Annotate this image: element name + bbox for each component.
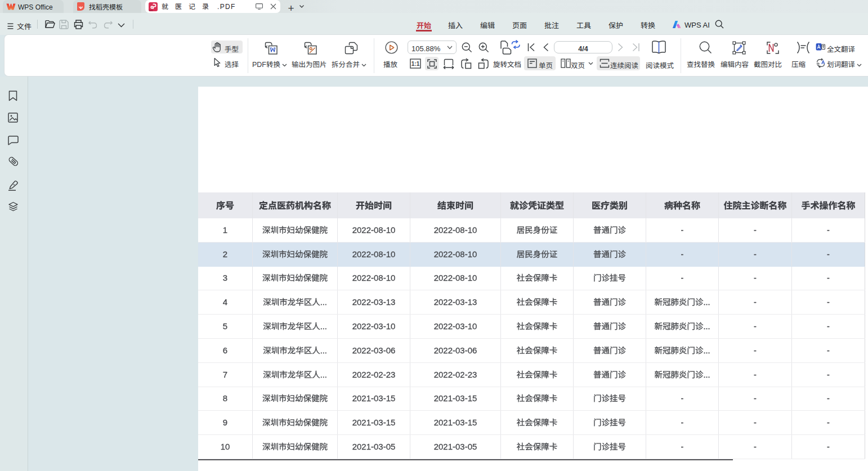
svg-text:1:1: 1:1 [411, 61, 420, 67]
